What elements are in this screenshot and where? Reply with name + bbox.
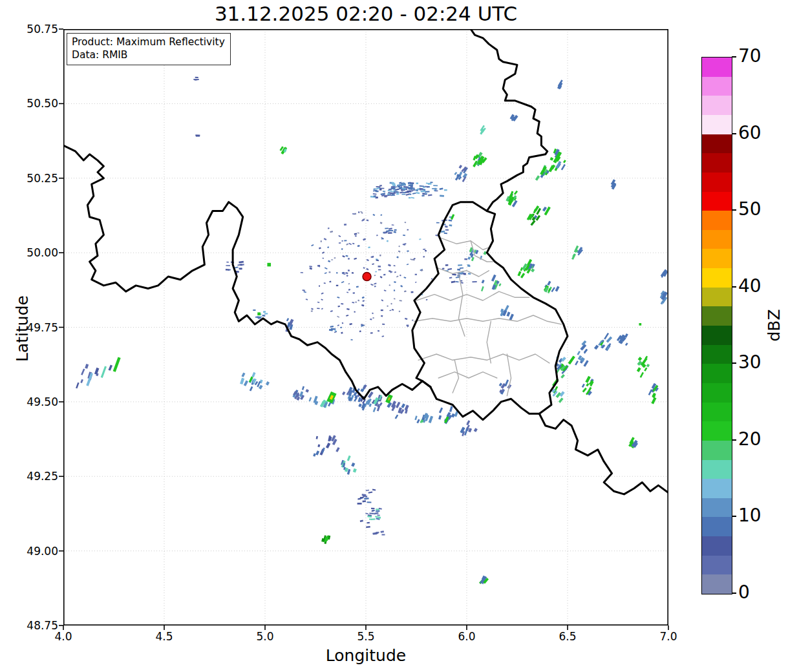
echo-speck <box>640 372 644 378</box>
echo-speck <box>373 188 376 190</box>
colorbar-segment <box>702 345 732 364</box>
y-tick-label: 49.00 <box>1 545 58 558</box>
echo-speck <box>263 311 266 313</box>
echo-speck <box>389 310 391 311</box>
echo-speck <box>80 379 83 383</box>
colorbar-segment <box>702 306 732 326</box>
echo-speck <box>374 512 378 515</box>
echo-speck <box>401 403 406 408</box>
echo-speck <box>381 310 383 311</box>
echo-speck <box>425 250 427 252</box>
colorbar-tick-label: 40 <box>738 277 788 295</box>
echo-speck <box>354 258 357 260</box>
echo-speck <box>324 238 327 240</box>
echo-speck <box>319 285 320 286</box>
echo-speck <box>346 315 348 317</box>
echo-speck <box>399 300 402 301</box>
echo-speck <box>355 235 357 236</box>
echo-speck <box>341 303 343 304</box>
echo-speck <box>341 332 343 334</box>
echo-speck <box>464 258 467 260</box>
echo-speck <box>241 372 245 377</box>
echo-speck <box>365 513 368 514</box>
echo-speck <box>518 271 522 276</box>
echo-speck <box>459 165 463 169</box>
echo-speck <box>360 520 363 521</box>
echo-speck <box>355 302 356 303</box>
echo-speck <box>399 191 403 193</box>
echo-speck <box>337 306 340 308</box>
colorbar-tick <box>732 286 736 288</box>
echo-speck <box>550 157 554 161</box>
echo-speck <box>328 227 330 229</box>
echo-speck <box>449 220 453 222</box>
echo-speck <box>405 318 407 320</box>
echo-speck <box>383 191 385 192</box>
echo-speck <box>371 508 374 509</box>
echo-speck <box>363 300 365 302</box>
echo-speck <box>411 197 414 199</box>
echo-speck <box>498 283 501 286</box>
echo-speck <box>559 397 564 403</box>
echo-speck <box>317 302 320 303</box>
echo-speck <box>357 300 359 302</box>
echo-speck <box>352 302 354 304</box>
plot-area: Product: Maximum Reflectivity Data: RMIB <box>63 29 668 625</box>
colorbar-tick-label: 0 <box>738 583 788 602</box>
echo-speck <box>410 183 413 185</box>
echo-speck <box>372 214 375 216</box>
colorbar-tick <box>732 56 736 58</box>
echo-speck <box>423 256 425 257</box>
y-tick-label: 49.75 <box>1 321 58 334</box>
echo-speck <box>338 235 341 237</box>
colorbar-tick <box>732 133 736 134</box>
echo-speck <box>309 397 312 402</box>
echo-speck <box>429 415 433 423</box>
echo-speck <box>368 246 370 248</box>
echo-speck <box>305 389 309 393</box>
colorbar-segment <box>702 574 732 594</box>
echo-speck <box>319 247 321 249</box>
echo-speck <box>392 183 395 185</box>
colorbar-segment <box>702 326 732 345</box>
echo-speck <box>394 271 396 273</box>
echo-speck <box>240 378 244 384</box>
echo-speck <box>309 266 312 267</box>
x-axis-label: Longitude <box>63 646 668 665</box>
echo-speck <box>468 273 471 275</box>
echo-speck <box>390 194 395 196</box>
echo-speck <box>339 242 341 244</box>
colorbar-segment <box>702 153 732 173</box>
echo-speck <box>396 402 400 408</box>
echo-speck <box>362 297 365 299</box>
echo-speck <box>401 184 406 186</box>
echo-speck <box>394 281 396 283</box>
echo-speck <box>331 259 333 260</box>
colorbar-segment <box>702 441 732 460</box>
echo-speck <box>471 257 474 262</box>
echo-speck <box>577 351 580 355</box>
echo-patch <box>257 312 261 315</box>
echo-speck <box>350 339 352 341</box>
echo-speck <box>362 494 367 496</box>
echo-speck <box>472 281 476 282</box>
echo-speck <box>467 257 471 260</box>
echo-speck <box>325 268 328 269</box>
echo-speck <box>372 489 376 491</box>
y-tick-label: 50.00 <box>1 246 58 259</box>
echo-patch <box>267 263 271 267</box>
colorbar-segment <box>702 230 732 249</box>
echo-layer <box>76 77 668 584</box>
echo-speck <box>585 376 590 383</box>
echo-speck <box>384 196 387 198</box>
echo-speck <box>357 245 359 247</box>
echo-speck <box>406 194 409 196</box>
echo-speck <box>357 498 361 500</box>
echo-speck <box>334 257 336 258</box>
echo-speck <box>442 268 445 270</box>
echo-speck <box>403 277 406 278</box>
echo-speck <box>407 229 409 231</box>
colorbar-segment <box>702 192 732 211</box>
colorbar-tick-label: 60 <box>738 124 788 142</box>
echo-speck <box>379 402 382 406</box>
